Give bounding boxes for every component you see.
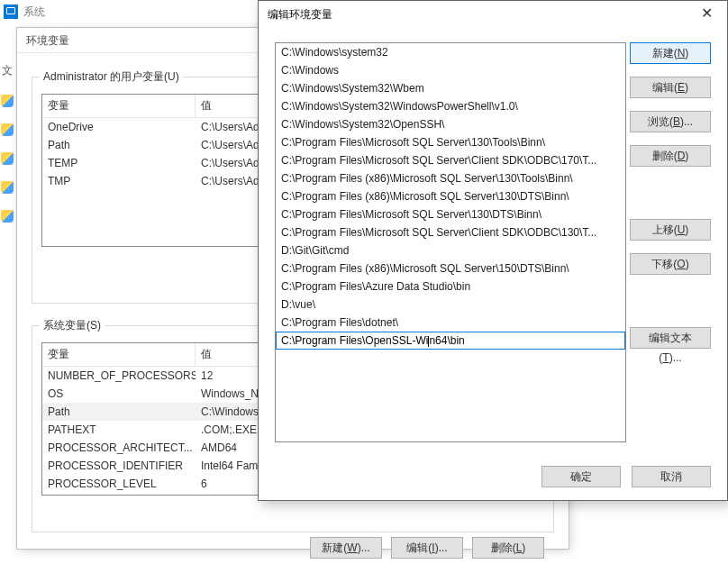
browse-button[interactable]: 浏览(B)... (630, 111, 711, 132)
move-down-button[interactable]: 下移(O) (630, 253, 711, 275)
delete-button[interactable]: 删除(D) (630, 145, 711, 167)
move-up-button[interactable]: 上移(U) (630, 219, 711, 241)
list-item[interactable]: C:\Program Files\Microsoft SQL Server\Cl… (276, 223, 625, 241)
shield-icon (1, 210, 14, 223)
col-variable[interactable]: 变量 (42, 95, 196, 117)
list-item[interactable]: D:\Git\Git\cmd (276, 241, 625, 259)
system-left-menu: 文 (0, 63, 14, 239)
edit-text-button[interactable]: 编辑文本(T)... (630, 327, 711, 349)
list-item[interactable]: C:\Program Files (x86)\Microsoft SQL Ser… (276, 169, 625, 187)
list-item[interactable]: C:\Program Files\Microsoft SQL Server\13… (276, 205, 625, 223)
list-item-editing[interactable]: C:\Program Files\OpenSSL-Win64\bin (276, 332, 625, 350)
user-vars-legend: Administrator 的用户变量(U) (40, 69, 183, 85)
system-icon (4, 5, 18, 19)
shield-icon (1, 95, 14, 107)
list-item[interactable]: C:\Program Files\Microsoft SQL Server\13… (276, 133, 625, 151)
list-item[interactable]: C:\Windows\System32\Wbem (276, 79, 625, 97)
edit-env-var-dialog: 编辑环境变量 ✕ C:\Windows\system32C:\WindowsC:… (258, 0, 728, 501)
list-item[interactable]: C:\Windows\System32\WindowsPowerShell\v1… (276, 97, 625, 115)
edit-button[interactable]: 编辑(E) (630, 77, 711, 98)
shield-icon (1, 123, 14, 136)
col-variable[interactable]: 变量 (42, 343, 196, 366)
edit-dialog-footer: 确定 取消 (541, 466, 711, 487)
list-item[interactable]: C:\Windows (276, 61, 625, 79)
list-item[interactable]: C:\Program Files (x86)\Microsoft SQL Ser… (276, 187, 625, 205)
ok-button[interactable]: 确定 (541, 466, 621, 487)
new-button[interactable]: 新建(W)... (310, 537, 382, 559)
shield-icon (1, 181, 14, 194)
shield-icon (1, 152, 14, 165)
list-item[interactable]: C:\Program Files (x86)\Microsoft SQL Ser… (276, 259, 625, 277)
list-item[interactable]: C:\Windows\system32 (276, 43, 625, 61)
path-listbox[interactable]: C:\Windows\system32C:\WindowsC:\Windows\… (275, 42, 626, 442)
list-item[interactable]: C:\Windows\System32\OpenSSH\ (276, 115, 625, 133)
edit-button[interactable]: 编辑(I)... (391, 537, 463, 559)
system-window-title: 系统 (23, 5, 45, 20)
list-item[interactable]: C:\Program Files\Microsoft SQL Server\Cl… (276, 151, 625, 169)
new-button[interactable]: 新建(N) (630, 42, 711, 64)
list-item[interactable]: C:\Program Files\Azure Data Studio\bin (276, 277, 625, 296)
system-vars-buttons: 新建(W)... 编辑(I)... 删除(L) (310, 537, 544, 559)
list-item[interactable]: D:\vue\ (276, 296, 625, 314)
close-icon[interactable]: ✕ (686, 1, 727, 28)
edit-dialog-title: 编辑环境变量 (268, 7, 332, 23)
system-vars-legend: 系统变量(S) (40, 318, 105, 333)
edit-side-buttons: 新建(N) 编辑(E) 浏览(B)... 删除(D) 上移(U) 下移(O) 编… (630, 42, 711, 349)
edit-dialog-titlebar[interactable]: 编辑环境变量 ✕ (259, 1, 727, 28)
delete-button[interactable]: 删除(L) (472, 537, 544, 559)
cancel-button[interactable]: 取消 (632, 466, 711, 487)
list-item[interactable]: C:\Program Files\dotnet\ (276, 314, 625, 332)
menu-text-glyph[interactable]: 文 (0, 63, 14, 78)
